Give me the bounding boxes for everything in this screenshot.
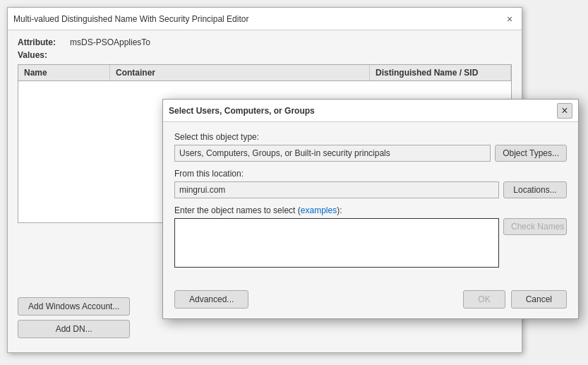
locations-button[interactable]: Locations... (503, 181, 567, 198)
location-row: Locations... (174, 181, 567, 198)
attribute-row: Attribute: msDS-PSOAppliesTo (18, 37, 512, 47)
names-textarea[interactable] (174, 218, 499, 268)
object-type-row: Object Types... (174, 145, 567, 162)
location-label: From this location: (174, 169, 567, 179)
cancel-button[interactable]: Cancel (511, 290, 567, 309)
names-group: Enter the object names to select (exampl… (174, 205, 567, 268)
select-users-dialog: Select Users, Computers, or Groups × Sel… (162, 99, 579, 319)
names-row: Check Names (174, 218, 567, 268)
location-input (174, 181, 499, 198)
table-header: Name Container Distinguished Name / SID (18, 65, 511, 81)
bg-close-button[interactable]: × (503, 13, 516, 25)
advanced-button[interactable]: Advanced... (174, 290, 248, 309)
dialog-titlebar: Select Users, Computers, or Groups × (163, 100, 578, 122)
examples-link[interactable]: examples (301, 205, 337, 215)
bg-window-title: Multi-valued Distinguished Name With Sec… (13, 14, 248, 24)
add-windows-account-button[interactable]: Add Windows Account... (18, 297, 130, 316)
col-dn: Distinguished Name / SID (370, 65, 511, 80)
attribute-label: Attribute: (18, 37, 56, 47)
object-type-input (174, 145, 491, 162)
dialog-body: Select this object type: Object Types...… (163, 122, 578, 285)
bg-bottom-buttons: Add Windows Account... Add DN... (18, 297, 130, 338)
location-group: From this location: Locations... (174, 169, 567, 198)
footer-left: Advanced... (174, 290, 248, 309)
ok-button[interactable]: OK (463, 290, 505, 309)
col-name: Name (18, 65, 110, 80)
values-label: Values: (18, 50, 512, 60)
names-label: Enter the object names to select (exampl… (174, 205, 567, 215)
col-container: Container (110, 65, 370, 80)
dialog-title: Select Users, Computers, or Groups (169, 106, 315, 116)
object-types-button[interactable]: Object Types... (495, 145, 567, 162)
check-names-button[interactable]: Check Names (503, 218, 567, 235)
dialog-footer: Advanced... OK Cancel (163, 285, 578, 318)
bg-titlebar: Multi-valued Distinguished Name With Sec… (8, 8, 522, 30)
footer-right: OK Cancel (463, 290, 567, 309)
add-dn-button[interactable]: Add DN... (18, 320, 130, 338)
dialog-close-button[interactable]: × (557, 103, 572, 119)
attribute-value: msDS-PSOAppliesTo (70, 37, 150, 47)
object-type-label: Select this object type: (174, 132, 567, 142)
object-type-group: Select this object type: Object Types... (174, 132, 567, 162)
